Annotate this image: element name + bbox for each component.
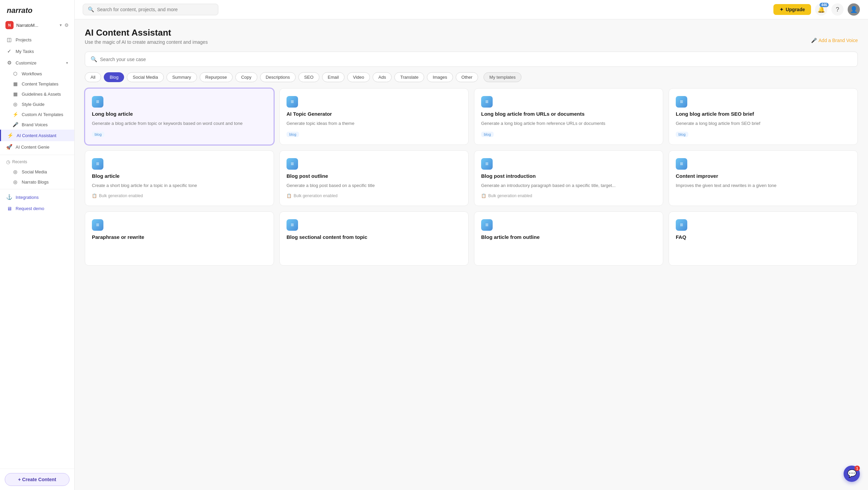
filter-tag-ads[interactable]: Ads (373, 72, 392, 82)
bulk-icon-blog-article: 📋 (92, 193, 97, 198)
sidebar-item-content-templates[interactable]: ▦ Content Templates (0, 79, 74, 89)
card-desc-content-improver: Improves the given text and rewrites in … (676, 182, 851, 199)
sidebar-item-integrations[interactable]: ⚓ Integrations (0, 191, 74, 203)
card-title-blog-sectional: Blog sectional content from topic (287, 234, 461, 240)
filter-tag-repurpose[interactable]: Repurpose (200, 72, 233, 82)
card-icon-blog-sectional: ≡ (287, 219, 298, 231)
card-content-improver[interactable]: ≡ Content improver Improves the given te… (669, 150, 858, 206)
upgrade-button[interactable]: ✦ Upgrade (773, 4, 811, 15)
sidebar-label-guidelines: Guidelines & Assets (22, 92, 61, 97)
filter-tag-my-templates[interactable]: My templates (484, 72, 521, 82)
workspace-gear[interactable]: ⚙ (64, 22, 69, 28)
card-long-blog-seo[interactable]: ≡ Long blog article from SEO brief Gener… (669, 88, 858, 145)
sidebar-label-brand-voices: Brand Voices (22, 122, 48, 127)
card-footer-ai-topic-generator: blog (287, 132, 461, 137)
brand-voices-icon: 🎤 (12, 122, 18, 127)
sidebar-item-workflows[interactable]: ⬡ Workflows (0, 69, 74, 79)
card-ai-topic-generator[interactable]: ≡ AI Topic Generator Generate topic idea… (279, 88, 469, 145)
recents-icon: ◷ (6, 159, 10, 165)
filter-tags: All Blog Social Media Summary Repurpose … (85, 72, 858, 82)
card-paraphrase-rewrite[interactable]: ≡ Paraphrase or rewrite (85, 211, 274, 266)
help-icon: ? (836, 6, 839, 13)
sidebar-item-projects[interactable]: ◫ Projects (0, 34, 74, 45)
integrations-icon: ⚓ (6, 194, 12, 200)
filter-tag-blog[interactable]: Blog (104, 72, 124, 82)
workspace-row[interactable]: N NarratoM... ▾ ⚙ (0, 19, 74, 31)
main-area: 🔍 ✦ Upgrade 🔔 446 ? 👤 AI Content Assista… (75, 0, 868, 490)
card-footer-long-blog-article: blog (92, 132, 267, 137)
card-title-faq: FAQ (676, 234, 851, 240)
filter-tag-social-media[interactable]: Social Media (127, 72, 163, 82)
sidebar-item-guidelines-assets[interactable]: ▦ Guidelines & Assets (0, 89, 74, 99)
filter-tag-translate[interactable]: Translate (394, 72, 424, 82)
filter-tag-all[interactable]: All (85, 72, 101, 82)
bulk-label-blog-post-outline: Bulk generation enabled (294, 193, 337, 198)
card-blog-post-introduction[interactable]: ≡ Blog post introduction Generate an int… (474, 150, 663, 206)
sidebar-item-request-demo[interactable]: 🖥 Request demo (0, 203, 74, 214)
card-icon-long-blog-seo: ≡ (676, 96, 687, 108)
my-tasks-icon: ✓ (6, 48, 12, 54)
card-tag-blog: blog (92, 132, 104, 137)
card-long-blog-article[interactable]: ≡ Long blog article Generate a blog arti… (85, 88, 274, 145)
filter-tag-video[interactable]: Video (347, 72, 370, 82)
sidebar-item-style-guide[interactable]: ◎ Style Guide (0, 99, 74, 109)
filter-tag-seo[interactable]: SEO (298, 72, 319, 82)
notification-bell[interactable]: 🔔 446 (815, 3, 827, 16)
filter-tag-images[interactable]: Images (427, 72, 453, 82)
topbar-right: ✦ Upgrade 🔔 446 ? 👤 (773, 3, 860, 16)
filter-tag-other[interactable]: Other (456, 72, 478, 82)
use-case-search-bar[interactable]: 🔍 (85, 52, 858, 67)
card-tag-blog-3: blog (481, 132, 494, 137)
sidebar-item-social-media-recent[interactable]: ◎ Social Media (0, 167, 74, 177)
card-blog-sectional-content[interactable]: ≡ Blog sectional content from topic (279, 211, 469, 266)
customize-chevron: ▾ (66, 61, 68, 65)
card-icon-blog-post-intro: ≡ (481, 158, 493, 170)
sidebar-label-my-tasks: My Tasks (16, 49, 34, 54)
use-case-search-input[interactable] (100, 57, 852, 62)
sidebar-item-brand-voices[interactable]: 🎤 Brand Voices (0, 119, 74, 130)
filter-tag-descriptions[interactable]: Descriptions (260, 72, 296, 82)
card-blog-article-outline[interactable]: ≡ Blog article from outline (474, 211, 663, 266)
customize-icon: ⚙ (6, 60, 12, 66)
workflows-icon: ⬡ (12, 71, 18, 76)
upgrade-label: Upgrade (786, 7, 805, 12)
card-title-blog-post-outline: Blog post outline (287, 173, 461, 179)
filter-tag-copy[interactable]: Copy (235, 72, 257, 82)
sidebar-item-my-tasks[interactable]: ✓ My Tasks (0, 45, 74, 57)
guidelines-icon: ▦ (12, 91, 18, 97)
sidebar-item-ai-content-assistant[interactable]: ⚡ AI Content Assistant (0, 130, 74, 141)
brand-voice-link[interactable]: 🎤 Add a Brand Voice (811, 38, 858, 43)
filter-tag-email[interactable]: Email (322, 72, 345, 82)
sidebar-divider (0, 155, 74, 155)
sidebar-label-request-demo: Request demo (16, 206, 44, 211)
card-tag-blog-4: blog (676, 132, 688, 137)
brand-voice-label: Add a Brand Voice (818, 38, 858, 43)
card-desc-long-blog-article: Generate a blog article from topic or ke… (92, 120, 267, 127)
bulk-icon-blog-post-outline: 📋 (287, 193, 292, 198)
user-avatar[interactable]: 👤 (848, 3, 860, 16)
brand-voice-icon: 🎤 (811, 38, 817, 43)
sidebar-item-narrato-blogs-recent[interactable]: ◎ Narrato Blogs (0, 177, 74, 187)
filter-tag-summary[interactable]: Summary (166, 72, 197, 82)
sidebar-label-style-guide: Style Guide (22, 102, 44, 107)
card-blog-article[interactable]: ≡ Blog article Create a short blog artic… (85, 150, 274, 206)
bulk-icon-blog-post-intro: 📋 (481, 193, 486, 198)
card-desc-paraphrase (92, 243, 267, 258)
create-content-label: + Create Content (18, 477, 56, 482)
topbar: 🔍 ✦ Upgrade 🔔 446 ? 👤 (75, 0, 868, 19)
card-faq[interactable]: ≡ FAQ (669, 211, 858, 266)
sidebar-item-ai-content-genie[interactable]: 🚀 AI Content Genie (0, 141, 74, 153)
help-button[interactable]: ? (831, 3, 844, 16)
card-blog-post-outline[interactable]: ≡ Blog post outline Generate a blog post… (279, 150, 469, 206)
search-icon: 🔍 (88, 6, 94, 13)
card-long-blog-article-urls[interactable]: ≡ Long blog article from URLs or documen… (474, 88, 663, 145)
chat-bubble-button[interactable]: 💬 1 (844, 466, 860, 482)
global-search-bar[interactable]: 🔍 (83, 4, 218, 15)
create-content-button[interactable]: + Create Content (5, 473, 70, 486)
global-search-input[interactable] (97, 7, 213, 12)
sidebar-item-custom-ai-templates[interactable]: ⚡ Custom AI Templates (0, 109, 74, 119)
sidebar-item-customize[interactable]: ⚙ Customize ▾ (0, 57, 74, 69)
sidebar-label-custom-ai: Custom AI Templates (22, 112, 63, 117)
page-title: AI Content Assistant (85, 27, 208, 38)
sidebar-label-projects: Projects (16, 37, 32, 42)
